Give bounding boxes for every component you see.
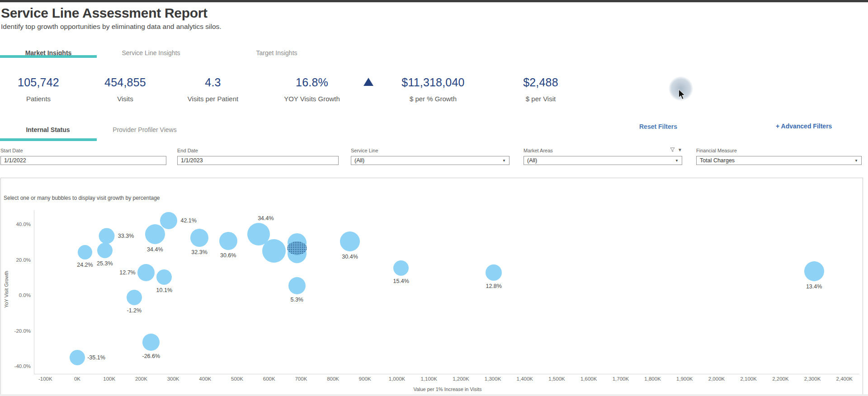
x-axis-tick-label: 1,200K bbox=[453, 376, 469, 382]
x-axis-tick-label: 2,300K bbox=[804, 376, 821, 382]
x-axis-tick-label: 1,500K bbox=[548, 376, 565, 382]
advanced-filters-button[interactable]: + Advanced Filters bbox=[776, 123, 832, 130]
chart-bubble[interactable] bbox=[804, 261, 824, 281]
start-date-input[interactable] bbox=[0, 156, 166, 165]
bubble-data-label: 34.4% bbox=[147, 246, 163, 253]
bubble-data-label: -35.1% bbox=[87, 354, 105, 361]
kpi-patients-value: 105,742 bbox=[18, 76, 59, 89]
selected-bubble-overlap-pattern bbox=[287, 241, 307, 255]
chart-bubble[interactable] bbox=[190, 229, 208, 247]
x-axis-tick-label: 2,100K bbox=[740, 376, 756, 382]
chart-bubble[interactable] bbox=[78, 245, 92, 259]
bubble-data-label: 13.4% bbox=[806, 283, 822, 290]
start-date-label: Start Date bbox=[0, 148, 23, 153]
kpi-visits-label: Visits bbox=[104, 95, 146, 103]
kpi-patients-label: Patients bbox=[18, 95, 59, 103]
market-areas-label: Market Areas bbox=[524, 148, 553, 153]
tab-target-insights[interactable]: Target Insights bbox=[256, 49, 297, 57]
y-axis-line bbox=[34, 210, 34, 374]
bubble-data-label: 12.7% bbox=[119, 269, 135, 276]
page-subtitle: Identify top growth opportunities by eli… bbox=[1, 23, 222, 31]
bubble-data-label: 42.1% bbox=[180, 217, 196, 224]
financial-measure-label: Financial Measure bbox=[696, 148, 737, 153]
chart-bubble[interactable] bbox=[160, 212, 177, 229]
x-axis-tick-label: 800K bbox=[327, 376, 339, 382]
bubble-data-label: 30.6% bbox=[220, 252, 236, 259]
chart-bubble[interactable] bbox=[288, 277, 306, 294]
market-areas-header-icons[interactable]: ▼ bbox=[670, 147, 682, 152]
chart-bubble[interactable] bbox=[97, 243, 113, 258]
kpi-dollar-per-pct-growth: $11,318,040 $ per % Growth bbox=[401, 76, 464, 103]
bubble-data-label: 12.8% bbox=[486, 283, 501, 289]
tab-service-line-insights[interactable]: Service Line Insights bbox=[122, 49, 180, 57]
market-areas-value: (All) bbox=[527, 157, 537, 164]
chart-bubble[interactable] bbox=[219, 232, 237, 250]
kpi-visits-per-patient-label: Visits per Patient bbox=[188, 95, 238, 103]
x-axis-tick-label: 500K bbox=[231, 376, 243, 382]
kpi-dollar-per-visit: $2,488 $ per Visit bbox=[523, 76, 558, 103]
x-axis-tick-label: 1,400K bbox=[517, 376, 533, 382]
x-axis-tick-label: 0K bbox=[74, 376, 80, 382]
chart-bubble[interactable] bbox=[340, 231, 360, 251]
bottom-page-strip bbox=[0, 394, 868, 396]
chart-bubble[interactable] bbox=[99, 228, 115, 244]
kpi-dollar-per-pct-growth-value: $11,318,040 bbox=[401, 76, 464, 89]
up-triangle-icon bbox=[363, 78, 373, 86]
bubble-data-label: 33.3% bbox=[118, 233, 134, 239]
tab-provider-profiler-views[interactable]: Provider Profiler Views bbox=[113, 126, 176, 133]
x-axis-tick-label: 2,000K bbox=[708, 376, 725, 382]
kpi-patients: 105,742 Patients bbox=[18, 76, 59, 103]
kpi-visits: 454,855 Visits bbox=[104, 76, 146, 103]
filter-funnel-icon bbox=[670, 147, 675, 152]
x-axis-tick-label: 200K bbox=[135, 376, 147, 382]
x-axis-tick-label: 1,600K bbox=[580, 376, 597, 382]
chevron-down-icon: ▼ bbox=[854, 159, 858, 163]
x-axis-tick-label: 700K bbox=[295, 376, 307, 382]
chart-bubble[interactable] bbox=[137, 264, 155, 281]
chevron-down-icon: ▼ bbox=[678, 147, 682, 152]
end-date-label: End Date bbox=[177, 148, 198, 153]
x-axis-tick-label: 2,200K bbox=[772, 376, 788, 382]
bubble-data-label: 10.1% bbox=[156, 287, 172, 293]
chart-bubble[interactable] bbox=[486, 264, 502, 281]
bubble-data-label: -26.6% bbox=[142, 353, 160, 359]
financial-measure-select[interactable]: Total Charges ▼ bbox=[696, 156, 862, 165]
x-axis-title: Value per 1% Increase in Visits bbox=[312, 387, 583, 392]
chart-instruction-note: Select one or many bubbles to display vi… bbox=[4, 195, 160, 201]
y-axis-tick-label: -20.0% bbox=[3, 328, 31, 334]
kpi-visits-per-patient-value: 4.3 bbox=[188, 76, 238, 89]
x-axis-tick-label: -100K bbox=[38, 376, 52, 382]
chart-bubble[interactable] bbox=[70, 350, 85, 365]
kpi-yoy-visits-growth-label: YOY Visits Growth bbox=[284, 95, 340, 103]
x-axis-tick-label: 1,300K bbox=[485, 376, 501, 382]
chart-bubble[interactable] bbox=[145, 224, 165, 244]
page-title: Service Line Assessment Report bbox=[1, 5, 208, 21]
kpi-visits-per-patient: 4.3 Visits per Patient bbox=[188, 76, 238, 103]
x-axis-tick-label: 900K bbox=[359, 376, 371, 382]
end-date-input[interactable] bbox=[177, 156, 339, 165]
x-axis-tick-label: 100K bbox=[103, 376, 115, 382]
service-line-select[interactable]: (All) ▼ bbox=[351, 156, 509, 165]
chart-bubble[interactable] bbox=[393, 260, 409, 276]
mouse-pointer-icon bbox=[678, 89, 685, 100]
y-axis-tick-label: 0.0% bbox=[3, 292, 31, 298]
x-axis-tick-label: 1,900K bbox=[676, 376, 693, 382]
x-axis-tick-label: 400K bbox=[199, 376, 211, 382]
chart-bubble[interactable] bbox=[262, 239, 286, 263]
kpi-yoy-visits-growth-value: 16.8% bbox=[284, 76, 340, 89]
market-areas-select[interactable]: (All) ▼ bbox=[524, 156, 682, 165]
chart-bubble[interactable] bbox=[156, 269, 172, 285]
x-axis-tick-label: 2,400K bbox=[836, 376, 853, 382]
chevron-down-icon: ▼ bbox=[502, 159, 506, 163]
y-axis-tick-label: 20.0% bbox=[3, 257, 31, 263]
chart-bubble[interactable] bbox=[127, 290, 142, 305]
x-axis-line bbox=[34, 374, 859, 374]
reset-filters-button[interactable]: Reset Filters bbox=[639, 123, 677, 130]
kpi-dollar-per-visit-label: $ per Visit bbox=[523, 95, 558, 103]
tab-internal-status[interactable]: Internal Status bbox=[26, 126, 70, 133]
top-window-strip bbox=[0, 0, 868, 2]
x-axis-tick-label: 1,000K bbox=[389, 376, 405, 382]
chart-bubble[interactable] bbox=[142, 334, 160, 351]
bubble-data-label: 34.4% bbox=[258, 215, 274, 222]
chevron-down-icon: ▼ bbox=[675, 159, 679, 163]
